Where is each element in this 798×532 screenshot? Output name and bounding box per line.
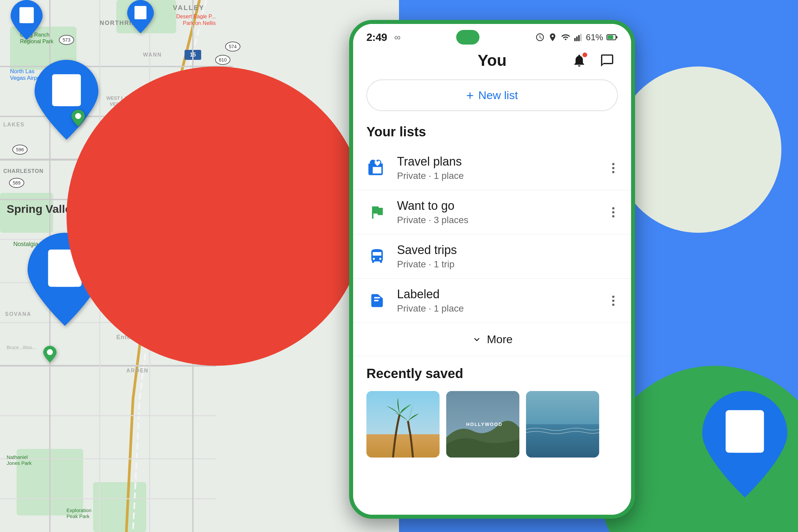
new-list-label: New list — [478, 89, 518, 102]
svg-text:Bruce...Woo...: Bruce...Woo... — [7, 345, 36, 350]
page-title: You — [477, 51, 507, 70]
list-item-want-to-go[interactable]: Want to go Private · 3 places — [353, 190, 631, 234]
notification-dot — [583, 53, 587, 57]
messages-icon — [600, 53, 614, 68]
svg-rect-89 — [526, 391, 599, 457]
notifications-button[interactable] — [569, 50, 590, 71]
svg-text:Park on Nellis: Park on Nellis — [183, 20, 216, 26]
status-bar: 2:49 ∞ — [353, 24, 631, 48]
svg-text:VALLEY: VALLEY — [173, 4, 205, 11]
travel-plans-meta: Private · 1 place — [397, 171, 609, 181]
svg-rect-84 — [607, 35, 613, 39]
phone-frame-container: 2:49 ∞ — [349, 20, 635, 519]
labeled-more[interactable] — [609, 292, 618, 309]
saved-cards-row: HOLLYWOOD — [353, 388, 631, 461]
wifi-icon — [560, 33, 571, 42]
svg-text:HOLLYWOOD: HOLLYWOOD — [466, 422, 502, 427]
svg-point-75 — [75, 113, 81, 119]
camera-pill — [456, 30, 479, 44]
nav-icons — [569, 50, 618, 71]
svg-text:574: 574 — [229, 44, 237, 49]
phone-frame: 2:49 ∞ — [349, 20, 635, 519]
svg-rect-6 — [93, 482, 146, 532]
recently-saved-heading: Recently saved — [353, 356, 631, 388]
more-text: More — [487, 333, 512, 346]
saved-card-2[interactable]: HOLLYWOOD — [446, 391, 519, 457]
want-to-go-info: Want to go Private · 3 places — [397, 199, 609, 225]
travel-plans-name: Travel plans — [397, 155, 609, 169]
new-list-button[interactable]: + New list — [366, 79, 618, 111]
signal-icon — [574, 33, 583, 42]
status-time: 2:49 — [366, 31, 387, 43]
battery-percentage: 61% — [586, 32, 603, 42]
map-pin-small-1 — [72, 110, 85, 126]
travel-plans-info: Travel plans Private · 1 place — [397, 155, 609, 181]
list-item-labeled[interactable]: Labeled Private · 1 place — [353, 279, 631, 323]
travel-plans-more[interactable] — [609, 159, 618, 176]
want-to-go-meta: Private · 3 places — [397, 215, 609, 225]
map-pin-3 — [33, 60, 100, 140]
labeled-icon — [366, 290, 388, 311]
large-pin-right — [702, 391, 788, 499]
voicemail-icon: ∞ — [394, 32, 401, 42]
svg-text:610: 610 — [219, 57, 227, 62]
svg-text:Peak Park: Peak Park — [66, 513, 90, 519]
your-lists-heading: Your lists — [353, 121, 631, 146]
svg-text:Jones Park: Jones Park — [7, 460, 32, 466]
svg-rect-80 — [576, 37, 577, 41]
list-item-saved-trips[interactable]: Saved trips Private · 1 trip — [353, 234, 631, 279]
new-list-plus-icon: + — [466, 89, 474, 102]
saved-card-1[interactable] — [366, 391, 440, 457]
svg-rect-86 — [366, 391, 440, 457]
svg-text:589: 589 — [13, 180, 21, 186]
svg-text:LAKES: LAKES — [3, 122, 25, 127]
scroll-content[interactable]: Your lists Travel plans Private · 1 plac… — [353, 121, 631, 515]
more-button[interactable]: More — [353, 323, 631, 356]
red-circle-decoration — [66, 66, 366, 366]
saved-trips-meta: Private · 1 trip — [397, 259, 618, 270]
want-to-go-more[interactable] — [609, 204, 618, 221]
labeled-info: Labeled Private · 1 place — [397, 287, 609, 314]
svg-text:596: 596 — [16, 147, 24, 152]
svg-text:WANN: WANN — [143, 52, 162, 58]
alarm-icon — [535, 33, 545, 42]
messages-button[interactable] — [596, 50, 618, 71]
top-nav: You — [353, 48, 631, 76]
map-pin-1 — [10, 0, 43, 40]
svg-text:Exploration: Exploration — [66, 507, 92, 513]
want-to-go-name: Want to go — [397, 199, 609, 213]
svg-text:ARDEN: ARDEN — [126, 368, 149, 374]
svg-text:573: 573 — [62, 37, 71, 42]
saved-trips-name: Saved trips — [397, 243, 618, 257]
svg-point-77 — [47, 349, 53, 355]
labeled-meta: Private · 1 place — [397, 303, 609, 314]
svg-rect-82 — [580, 34, 582, 41]
svg-rect-81 — [578, 35, 580, 41]
chevron-down-icon — [472, 334, 482, 345]
svg-text:North Las: North Las — [10, 68, 35, 75]
saved-trips-info: Saved trips Private · 1 trip — [397, 243, 618, 270]
want-to-go-icon — [366, 202, 388, 223]
labeled-name: Labeled — [397, 287, 609, 301]
location-icon — [548, 33, 557, 42]
svg-text:Desert Eagle P...: Desert Eagle P... — [176, 14, 216, 19]
battery-icon — [607, 33, 618, 42]
travel-plans-icon — [366, 157, 388, 178]
svg-text:Nathaniel: Nathaniel — [7, 454, 27, 460]
map-pin-small-2 — [43, 346, 57, 362]
svg-rect-79 — [574, 38, 575, 41]
svg-rect-85 — [616, 36, 618, 39]
saved-trips-icon — [366, 246, 388, 267]
saved-card-3[interactable] — [526, 391, 599, 457]
phone-inner: 2:49 ∞ — [353, 24, 631, 515]
map-pin-2 — [126, 0, 155, 33]
status-icons: 61% — [535, 32, 618, 42]
svg-text:CHARLESTON: CHARLESTON — [3, 168, 43, 174]
white-circle-decoration — [615, 66, 781, 233]
list-item-travel-plans[interactable]: Travel plans Private · 1 place — [353, 146, 631, 190]
